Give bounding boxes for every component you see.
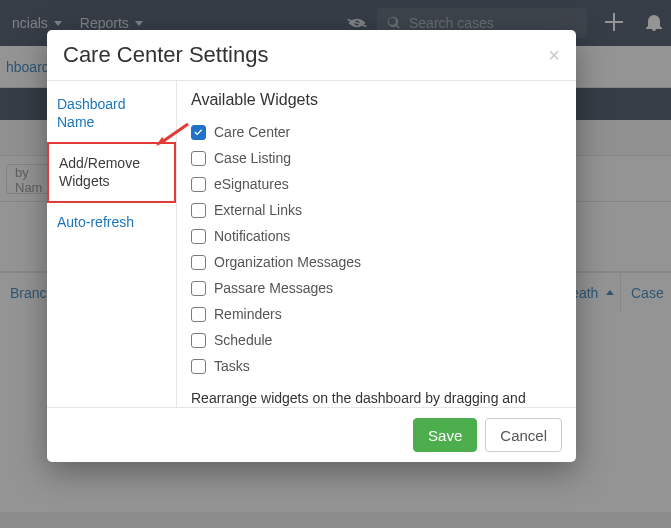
widget-label: Case Listing	[214, 150, 291, 166]
widget-checkbox[interactable]	[191, 307, 206, 322]
modal-footer: Save Cancel	[47, 407, 576, 462]
widget-row: Case Listing	[191, 145, 562, 171]
widget-row: Notifications	[191, 223, 562, 249]
widget-row: Schedule	[191, 327, 562, 353]
widget-row: External Links	[191, 197, 562, 223]
widget-label: Organization Messages	[214, 254, 361, 270]
settings-tabs: Dashboard NameAdd/Remove WidgetsAuto-ref…	[47, 81, 177, 407]
widget-checkbox[interactable]	[191, 281, 206, 296]
widget-label: Passare Messages	[214, 280, 333, 296]
widget-row: Organization Messages	[191, 249, 562, 275]
widget-row: Tasks	[191, 353, 562, 379]
widget-row: Passare Messages	[191, 275, 562, 301]
cancel-button[interactable]: Cancel	[485, 418, 562, 452]
widget-label: Reminders	[214, 306, 282, 322]
widget-label: Care Center	[214, 124, 290, 140]
widget-row: eSignatures	[191, 171, 562, 197]
widget-row: Care Center	[191, 119, 562, 145]
settings-tab[interactable]: Dashboard Name	[47, 85, 176, 142]
widget-label: eSignatures	[214, 176, 289, 192]
settings-tab[interactable]: Auto-refresh	[47, 203, 176, 243]
widget-checkbox[interactable]	[191, 125, 206, 140]
widgets-panel: Available Widgets Care CenterCase Listin…	[177, 81, 576, 407]
widget-label: Notifications	[214, 228, 290, 244]
save-button[interactable]: Save	[413, 418, 477, 452]
widget-checkbox[interactable]	[191, 359, 206, 374]
widget-checkbox[interactable]	[191, 229, 206, 244]
widget-checkbox[interactable]	[191, 151, 206, 166]
modal-header: Care Center Settings ×	[47, 30, 576, 81]
widget-label: External Links	[214, 202, 302, 218]
widget-row: Reminders	[191, 301, 562, 327]
widget-label: Tasks	[214, 358, 250, 374]
widget-label: Schedule	[214, 332, 272, 348]
widget-checkbox[interactable]	[191, 203, 206, 218]
panel-title: Available Widgets	[191, 91, 562, 109]
widget-checkbox[interactable]	[191, 177, 206, 192]
close-icon[interactable]: ×	[548, 45, 560, 65]
settings-modal: Care Center Settings × Dashboard NameAdd…	[47, 30, 576, 462]
hint-text: Rearrange widgets on the dashboard by dr…	[191, 389, 562, 407]
widget-checkbox[interactable]	[191, 255, 206, 270]
widgets-list: Care CenterCase ListingeSignaturesExtern…	[191, 119, 562, 379]
widget-checkbox[interactable]	[191, 333, 206, 348]
modal-title: Care Center Settings	[63, 42, 268, 68]
settings-tab[interactable]: Add/Remove Widgets	[47, 142, 176, 203]
